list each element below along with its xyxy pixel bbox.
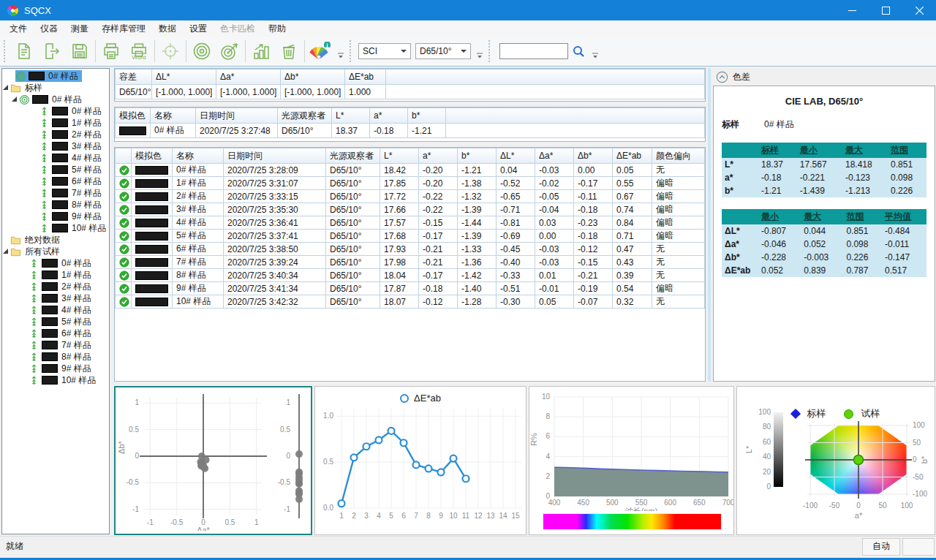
expander-icon[interactable] — [11, 96, 19, 103]
panel-splitter[interactable] — [708, 68, 711, 382]
column-header[interactable]: a* — [419, 148, 458, 164]
toolbar-overflow-button[interactable] — [475, 40, 485, 62]
tree-item[interactable]: 7# 样品 — [2, 187, 109, 199]
column-header[interactable]: 名称 — [151, 108, 196, 124]
column-header[interactable]: 模拟色 — [116, 108, 151, 124]
sample-row[interactable]: 7# 样品2020/7/25 3:39:24D65/10°17.98-0.21-… — [116, 256, 705, 269]
save-button[interactable] — [66, 37, 94, 65]
column-header[interactable]: 日期时间 — [196, 108, 278, 124]
delta-ab-scatter-chart[interactable]: -1-1-0.5-0.5000.50.511Δa*Δb*-1-0.500.51Δ… — [114, 386, 312, 535]
toolbar-grip[interactable] — [4, 40, 8, 62]
delete-button[interactable] — [275, 37, 303, 65]
calibration-button[interactable] — [156, 37, 184, 65]
tree-item[interactable]: 2# 样品 — [2, 129, 109, 140]
tree-item[interactable]: 2# 样品 — [2, 281, 109, 292]
sample-row[interactable]: 5# 样品2020/7/25 3:37:41D65/10°17.68-0.17-… — [116, 230, 705, 243]
menu-item-8[interactable]: 帮助 — [262, 21, 292, 37]
column-header[interactable]: Δb* — [574, 148, 613, 164]
tree-item[interactable]: 8# 样品 — [2, 199, 109, 211]
column-header[interactable]: Δb* — [281, 69, 345, 85]
column-header[interactable]: ΔE*ab — [345, 69, 386, 85]
sample-row[interactable]: 9# 样品2020/7/25 3:41:34D65/10°17.87-0.18-… — [116, 282, 705, 295]
menu-item-1[interactable]: 文件 — [3, 21, 34, 37]
tree-item[interactable]: 5# 样品 — [2, 316, 109, 328]
tree-item[interactable]: 8# 样品 — [2, 351, 109, 363]
standard-row[interactable]: 0# 样品2020/7/25 3:27:48D65/10°18.37-0.18-… — [116, 124, 705, 138]
sample-row[interactable]: 1# 样品2020/7/25 3:31:07D65/10°17.85-0.20-… — [116, 177, 705, 190]
sample-row[interactable]: 10# 样品2020/7/25 3:42:32D65/10°18.07-0.12… — [116, 295, 705, 309]
new-document-button[interactable] — [10, 37, 38, 65]
column-header[interactable]: L* — [380, 148, 419, 164]
color-card-button[interactable] — [306, 37, 334, 65]
column-header[interactable]: b* — [458, 148, 497, 164]
sample-row[interactable]: 6# 样品2020/7/25 3:38:50D65/10°17.93-0.21-… — [116, 243, 705, 256]
tree-item[interactable]: 10# 样品 — [2, 222, 109, 234]
search-input[interactable] — [499, 43, 568, 59]
sample-row[interactable]: 0# 样品2020/7/25 3:28:09D65/10°18.42-0.20-… — [116, 164, 705, 177]
column-header[interactable]: 名称 — [173, 148, 224, 164]
word-report-button[interactable]: Word — [125, 37, 153, 65]
tree-item[interactable]: 10# 样品 — [2, 374, 109, 386]
column-header[interactable]: b* — [408, 108, 446, 124]
tree-item[interactable]: 1# 样品 — [2, 269, 109, 281]
tree-item[interactable]: 6# 样品 — [2, 175, 109, 187]
column-header[interactable]: 日期时间 — [224, 148, 326, 164]
tree-folder[interactable]: 标样 — [2, 82, 109, 94]
sample-row[interactable]: 4# 样品2020/7/25 3:36:41D65/10°17.57-0.15-… — [116, 216, 705, 230]
column-header[interactable]: Δa* — [535, 148, 574, 164]
measure-standard-button[interactable] — [188, 37, 216, 65]
tree-item[interactable]: 1# 样品 — [2, 117, 109, 129]
maximize-button[interactable] — [869, 0, 902, 20]
tree-folder[interactable]: 所有试样 — [2, 246, 109, 257]
tree-item[interactable]: 0# 样品 — [2, 105, 109, 117]
measure-sample-button[interactable] — [216, 37, 244, 65]
tree-item[interactable]: 7# 样品 — [2, 339, 109, 351]
column-header[interactable]: ΔL* — [152, 69, 216, 85]
reflectance-chart[interactable]: 0246810400450500550600650700R%波长(nm) — [529, 386, 734, 535]
illuminant-select[interactable]: D65/10° — [415, 43, 471, 59]
column-header[interactable]: 模拟色 — [132, 148, 173, 164]
sample-row[interactable]: 2# 样品2020/7/25 3:33:15D65/10°17.72-0.22-… — [116, 190, 705, 203]
tree-item[interactable]: 4# 样品 — [2, 152, 109, 164]
column-header[interactable]: ΔL* — [497, 148, 535, 164]
search-button[interactable] — [568, 37, 589, 65]
toolbar-grip[interactable] — [350, 40, 354, 62]
tree-item[interactable]: 3# 样品 — [2, 292, 109, 304]
menu-item-6[interactable]: 设置 — [183, 21, 214, 37]
specular-mode-select[interactable]: SCI — [358, 43, 411, 59]
minimize-button[interactable] — [835, 0, 869, 20]
tree-item[interactable]: 0# 样品 — [2, 94, 109, 105]
menu-item-2[interactable]: 仪器 — [34, 21, 64, 37]
toolbar-grip[interactable] — [488, 40, 493, 62]
column-header[interactable]: 颜色偏向 — [652, 148, 705, 164]
collapse-icon[interactable] — [716, 71, 728, 83]
statistics-button[interactable] — [247, 37, 275, 65]
export-button[interactable] — [38, 37, 66, 65]
expander-icon[interactable] — [2, 84, 10, 91]
toolbar-overflow-button[interactable] — [336, 40, 346, 62]
tree-item[interactable]: 4# 样品 — [2, 304, 109, 316]
tree-item[interactable]: 6# 样品 — [2, 328, 109, 339]
column-header[interactable]: ΔE*ab — [613, 148, 652, 164]
column-header[interactable]: Δa* — [216, 69, 281, 85]
lab-gamut-chart[interactable]: 标样 试样 -100-50050100100500-50-100a*b*0204… — [736, 386, 935, 535]
tree-item[interactable]: 0# 样品 — [2, 70, 109, 82]
menu-item-7[interactable]: 色卡匹检 — [214, 21, 262, 37]
tree-item[interactable]: 9# 样品 — [2, 211, 109, 222]
tolerance-row[interactable]: D65/10°[-1.000, 1.000][-1.000, 1.000][-1… — [116, 85, 705, 99]
menu-item-5[interactable]: 数据 — [152, 21, 183, 37]
tree-item[interactable]: 3# 样品 — [2, 140, 109, 152]
menu-item-3[interactable]: 测量 — [64, 21, 95, 37]
auto-mode-indicator[interactable]: 自动 — [862, 538, 900, 556]
sample-row[interactable]: 3# 样品2020/7/25 3:35:30D65/10°17.66-0.22-… — [116, 203, 705, 216]
tree-item[interactable]: 0# 样品 — [2, 257, 109, 269]
column-header[interactable] — [116, 148, 132, 164]
close-button[interactable] — [902, 0, 936, 20]
delta-e-trend-chart[interactable]: ΔE*ab 1234567891011121314150.00.51.0 — [314, 386, 526, 535]
column-header[interactable]: 光源观察者 — [278, 108, 332, 124]
tree-folder[interactable]: 绝对数据 — [2, 234, 109, 246]
column-header[interactable]: a* — [370, 108, 408, 124]
column-header[interactable]: 容差 — [116, 69, 152, 85]
tree-item[interactable]: 5# 样品 — [2, 164, 109, 175]
toolbar-overflow-button[interactable] — [590, 40, 600, 62]
